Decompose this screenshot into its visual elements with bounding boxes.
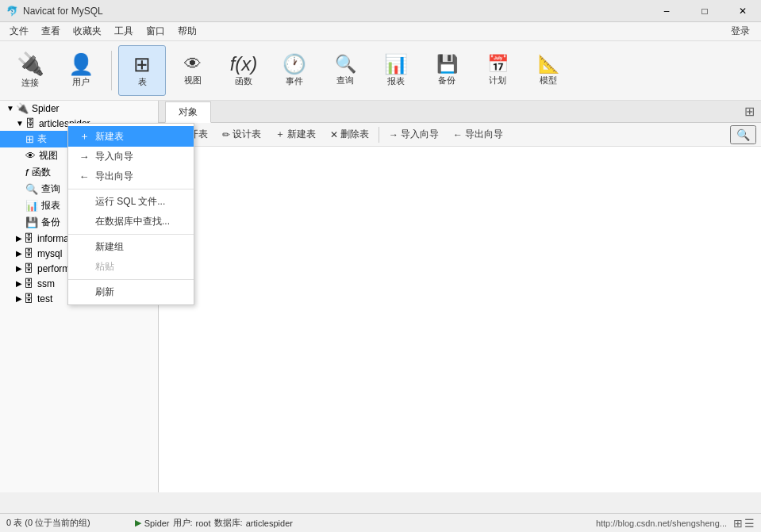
- status-left: 0 表 (0 位于当前的组): [6, 517, 90, 529]
- title-text: Navicat for MySQL: [23, 6, 755, 17]
- window-controls: – □ ✕: [648, 0, 761, 22]
- backup-group-icon: 💾: [25, 216, 38, 228]
- toolbar-user[interactable]: 👤 用户: [57, 45, 105, 96]
- toolbar-report[interactable]: 📊 报表: [372, 45, 420, 96]
- query-group-icon: 🔍: [25, 183, 38, 195]
- new-table-button[interactable]: ＋ 新建表: [269, 126, 322, 143]
- ctx-refresh[interactable]: 刷新: [68, 282, 194, 302]
- menu-window[interactable]: 窗口: [140, 23, 171, 40]
- connection-name: Spider: [144, 519, 170, 528]
- expand-icon-db: ▼: [16, 119, 24, 128]
- status-connection: ▶ Spider 用户: root 数据库: articlespider: [135, 517, 293, 529]
- toolbar-backup[interactable]: 💾 备份: [423, 45, 471, 96]
- ctx-import-wizard[interactable]: → 导入向导: [68, 147, 194, 166]
- schedule-icon: 📅: [487, 55, 509, 73]
- object-tab-icon[interactable]: ⊞: [744, 104, 755, 119]
- delete-table-icon: ✕: [330, 129, 338, 140]
- search-button[interactable]: 🔍: [730, 125, 756, 144]
- ctx-new-group[interactable]: 新建组: [68, 237, 194, 257]
- ctx-new-table[interactable]: ＋ 新建表: [68, 126, 194, 147]
- db-icon-ssm: 🗄: [24, 277, 34, 289]
- menu-file[interactable]: 文件: [3, 23, 35, 40]
- ctx-sep-1: [68, 189, 194, 189]
- object-tab-bar: 对象 ⊞: [159, 101, 761, 123]
- model-icon: 📐: [538, 55, 559, 73]
- status-right: http://blog.csdn.net/shengsheng... ⊞ ☰: [596, 517, 755, 530]
- url-text: http://blog.csdn.net/shengsheng...: [596, 519, 727, 528]
- action-toolbar: ▶ 打开表 ✏ 设计表 ＋ 新建表 ✕ 删除表 → 导入向导 ← 导出: [159, 123, 761, 147]
- new-table-icon: ＋: [275, 128, 285, 141]
- connection-indicator: ▶: [135, 518, 141, 528]
- ctx-new-table-icon: ＋: [78, 129, 90, 144]
- menu-help[interactable]: 帮助: [171, 23, 203, 40]
- db-label: 数据库:: [214, 517, 243, 529]
- expand-icon-is: ▶: [16, 234, 22, 243]
- object-tab[interactable]: 对象: [165, 101, 211, 123]
- import-wizard-button[interactable]: → 导入向导: [382, 126, 445, 143]
- menu-favorites[interactable]: 收藏夹: [67, 23, 108, 40]
- expand-icon-ssm: ▶: [16, 279, 22, 288]
- toolbar-view[interactable]: 👁 视图: [169, 45, 217, 96]
- toolbar-connect[interactable]: 🔌 连接: [6, 45, 54, 96]
- table-group-icon: ⊞: [25, 133, 34, 145]
- minimize-button[interactable]: –: [648, 0, 685, 22]
- report-icon: 📊: [384, 55, 408, 74]
- ctx-paste[interactable]: 粘贴: [68, 257, 194, 277]
- toolbar-table[interactable]: ⊞ 表: [118, 45, 166, 96]
- table-count: 0 表 (0 位于当前的组): [6, 517, 90, 529]
- design-table-button[interactable]: ✏ 设计表: [216, 126, 267, 143]
- toolbar-function[interactable]: f(x) 函数: [220, 45, 267, 96]
- content-area: [159, 147, 761, 492]
- db-icon-is: 🗄: [24, 232, 34, 244]
- func-group-icon: f: [25, 166, 29, 178]
- menu-bar: 文件 查看 收藏夹 工具 窗口 帮助 登录: [0, 22, 761, 41]
- maximize-button[interactable]: □: [686, 0, 723, 22]
- tree-item-spider[interactable]: ▼ 🔌 Spider: [0, 101, 158, 116]
- title-icon: 🐬: [6, 6, 18, 17]
- menu-view[interactable]: 查看: [35, 23, 67, 40]
- view-icons: ⊞ ☰: [733, 517, 755, 530]
- expand-icon-test: ▶: [16, 294, 22, 303]
- export-wizard-button[interactable]: ← 导出向导: [447, 126, 509, 143]
- view-group-icon: 👁: [25, 150, 36, 162]
- view-icon: 👁: [184, 55, 202, 73]
- toolbar-sep-1: [111, 51, 112, 90]
- ctx-import-icon: →: [78, 151, 90, 163]
- ctx-find-in-db[interactable]: 在数据库中查找...: [68, 212, 194, 232]
- toolbar-model[interactable]: 📐 模型: [525, 45, 572, 96]
- connect-icon: 🔌: [17, 53, 44, 75]
- event-icon: 🕐: [282, 55, 306, 74]
- menu-tools[interactable]: 工具: [108, 23, 140, 40]
- user-name: root: [196, 519, 211, 528]
- db-icon-ps: 🗄: [24, 262, 34, 274]
- status-bar: 0 表 (0 位于当前的组) ▶ Spider 用户: root 数据库: ar…: [0, 513, 761, 532]
- import-icon: →: [389, 129, 398, 140]
- ctx-export-icon: ←: [78, 170, 90, 182]
- ctx-sep-2: [68, 234, 194, 235]
- delete-table-button[interactable]: ✕ 删除表: [324, 126, 375, 143]
- toolbar-event[interactable]: 🕐 事件: [271, 45, 318, 96]
- db-icon-test: 🗄: [24, 293, 34, 304]
- ctx-sep-3: [68, 279, 194, 280]
- db-icon-mysql: 🗄: [24, 247, 34, 259]
- query-icon: 🔍: [335, 55, 356, 73]
- ctx-run-sql[interactable]: 运行 SQL 文件...: [68, 192, 194, 212]
- toolbar: 🔌 连接 👤 用户 ⊞ 表 👁 视图 f(x) 函数 🕐 事件 🔍 查询 📊 报…: [0, 41, 761, 101]
- connection-icon: 🔌: [16, 102, 29, 114]
- expand-icon-mysql: ▶: [16, 249, 22, 258]
- login-button[interactable]: 登录: [723, 23, 758, 40]
- database-icon: 🗄: [25, 117, 36, 129]
- close-button[interactable]: ✕: [724, 0, 761, 22]
- ctx-export-wizard[interactable]: ← 导出向导: [68, 166, 194, 186]
- user-icon: 👤: [68, 54, 94, 75]
- title-bar: 🐬 Navicat for MySQL – □ ✕: [0, 0, 761, 22]
- function-icon: f(x): [230, 55, 258, 74]
- report-group-icon: 📊: [25, 200, 38, 212]
- context-menu: ＋ 新建表 → 导入向导 ← 导出向导 运行 SQL 文件... 在数据库中查找…: [67, 123, 194, 305]
- design-table-icon: ✏: [222, 129, 230, 140]
- toolbar-schedule[interactable]: 📅 计划: [474, 45, 521, 96]
- db-name: articlespider: [246, 519, 293, 528]
- toolbar-query[interactable]: 🔍 查询: [321, 45, 369, 96]
- list-view-icon[interactable]: ☰: [744, 517, 755, 530]
- grid-view-icon[interactable]: ⊞: [733, 517, 743, 530]
